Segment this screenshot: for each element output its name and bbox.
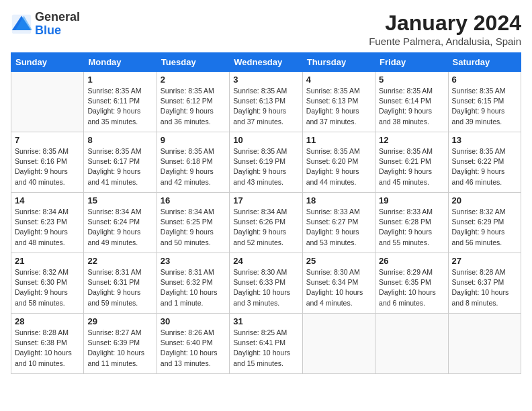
calendar-cell: 21Sunrise: 8:32 AMSunset: 6:30 PMDayligh… <box>11 253 84 314</box>
day-number: 5 <box>379 75 444 85</box>
day-info: Sunrise: 8:30 AMSunset: 6:33 PMDaylight:… <box>233 267 298 308</box>
calendar-cell: 6Sunrise: 8:35 AMSunset: 6:15 PMDaylight… <box>448 72 521 132</box>
calendar-cell: 17Sunrise: 8:34 AMSunset: 6:26 PMDayligh… <box>230 193 302 253</box>
day-info: Sunrise: 8:26 AMSunset: 6:40 PMDaylight:… <box>161 328 226 369</box>
day-number: 4 <box>306 75 371 85</box>
calendar-cell: 29Sunrise: 8:27 AMSunset: 6:39 PMDayligh… <box>84 314 157 374</box>
day-number: 31 <box>233 316 298 326</box>
calendar-cell <box>11 72 84 132</box>
column-header-thursday: Thursday <box>302 53 375 72</box>
day-info: Sunrise: 8:35 AMSunset: 6:14 PMDaylight:… <box>379 86 444 127</box>
day-number: 6 <box>452 75 517 85</box>
calendar-cell: 9Sunrise: 8:35 AMSunset: 6:18 PMDaylight… <box>157 132 229 193</box>
day-info: Sunrise: 8:34 AMSunset: 6:26 PMDaylight:… <box>233 207 298 248</box>
logo-text: General Blue <box>35 11 80 38</box>
day-number: 24 <box>233 256 298 266</box>
day-info: Sunrise: 8:34 AMSunset: 6:24 PMDaylight:… <box>87 207 152 248</box>
calendar-header-row: SundayMondayTuesdayWednesdayThursdayFrid… <box>11 53 521 72</box>
logo: General Blue <box>11 11 80 38</box>
calendar-cell: 30Sunrise: 8:26 AMSunset: 6:40 PMDayligh… <box>157 314 229 374</box>
calendar-cell: 28Sunrise: 8:28 AMSunset: 6:38 PMDayligh… <box>11 314 84 374</box>
calendar-cell: 14Sunrise: 8:34 AMSunset: 6:23 PMDayligh… <box>11 193 84 253</box>
day-number: 30 <box>161 316 226 326</box>
calendar-week-row: 7Sunrise: 8:35 AMSunset: 6:16 PMDaylight… <box>11 132 521 193</box>
calendar-week-row: 21Sunrise: 8:32 AMSunset: 6:30 PMDayligh… <box>11 253 521 314</box>
day-number: 22 <box>87 256 152 266</box>
calendar-cell: 26Sunrise: 8:29 AMSunset: 6:35 PMDayligh… <box>375 253 448 314</box>
day-info: Sunrise: 8:32 AMSunset: 6:30 PMDaylight:… <box>15 267 80 308</box>
day-number: 20 <box>452 195 517 205</box>
day-info: Sunrise: 8:35 AMSunset: 6:19 PMDaylight:… <box>233 146 298 187</box>
day-info: Sunrise: 8:35 AMSunset: 6:12 PMDaylight:… <box>161 86 226 127</box>
day-info: Sunrise: 8:35 AMSunset: 6:13 PMDaylight:… <box>233 86 298 127</box>
day-info: Sunrise: 8:35 AMSunset: 6:13 PMDaylight:… <box>306 86 371 127</box>
calendar-cell: 31Sunrise: 8:25 AMSunset: 6:41 PMDayligh… <box>230 314 302 374</box>
day-number: 26 <box>379 256 444 266</box>
day-number: 2 <box>161 75 226 85</box>
calendar-cell: 19Sunrise: 8:33 AMSunset: 6:28 PMDayligh… <box>375 193 448 253</box>
day-number: 8 <box>87 135 152 145</box>
calendar-cell: 24Sunrise: 8:30 AMSunset: 6:33 PMDayligh… <box>230 253 302 314</box>
day-number: 17 <box>233 195 298 205</box>
day-number: 11 <box>306 135 371 145</box>
day-info: Sunrise: 8:35 AMSunset: 6:20 PMDaylight:… <box>306 146 371 187</box>
column-header-sunday: Sunday <box>11 53 84 72</box>
day-info: Sunrise: 8:35 AMSunset: 6:22 PMDaylight:… <box>452 146 517 187</box>
day-number: 13 <box>452 135 517 145</box>
day-number: 15 <box>87 195 152 205</box>
column-header-saturday: Saturday <box>448 53 521 72</box>
calendar-cell: 23Sunrise: 8:31 AMSunset: 6:32 PMDayligh… <box>157 253 229 314</box>
column-header-friday: Friday <box>375 53 448 72</box>
calendar-cell <box>375 314 448 374</box>
logo-blue-text: Blue <box>35 24 80 38</box>
day-number: 1 <box>87 75 152 85</box>
day-number: 27 <box>452 256 517 266</box>
day-number: 19 <box>379 195 444 205</box>
day-info: Sunrise: 8:35 AMSunset: 6:11 PMDaylight:… <box>87 86 152 127</box>
calendar-cell <box>448 314 521 374</box>
day-info: Sunrise: 8:34 AMSunset: 6:25 PMDaylight:… <box>161 207 226 248</box>
day-info: Sunrise: 8:32 AMSunset: 6:29 PMDaylight:… <box>452 207 517 248</box>
day-number: 28 <box>15 316 80 326</box>
column-header-wednesday: Wednesday <box>230 53 302 72</box>
day-info: Sunrise: 8:35 AMSunset: 6:16 PMDaylight:… <box>15 146 80 187</box>
calendar-cell <box>302 314 375 374</box>
day-info: Sunrise: 8:27 AMSunset: 6:39 PMDaylight:… <box>87 328 152 369</box>
day-number: 9 <box>161 135 226 145</box>
calendar-cell: 25Sunrise: 8:30 AMSunset: 6:34 PMDayligh… <box>302 253 375 314</box>
calendar-cell: 27Sunrise: 8:28 AMSunset: 6:37 PMDayligh… <box>448 253 521 314</box>
page-title: January 2024 <box>369 11 521 36</box>
column-header-monday: Monday <box>84 53 157 72</box>
day-number: 12 <box>379 135 444 145</box>
day-info: Sunrise: 8:35 AMSunset: 6:18 PMDaylight:… <box>161 146 226 187</box>
calendar-cell: 13Sunrise: 8:35 AMSunset: 6:22 PMDayligh… <box>448 132 521 193</box>
day-number: 25 <box>306 256 371 266</box>
column-header-tuesday: Tuesday <box>157 53 229 72</box>
calendar-cell: 18Sunrise: 8:33 AMSunset: 6:27 PMDayligh… <box>302 193 375 253</box>
calendar-week-row: 14Sunrise: 8:34 AMSunset: 6:23 PMDayligh… <box>11 193 521 253</box>
calendar-cell: 10Sunrise: 8:35 AMSunset: 6:19 PMDayligh… <box>230 132 302 193</box>
calendar-cell: 11Sunrise: 8:35 AMSunset: 6:20 PMDayligh… <box>302 132 375 193</box>
day-info: Sunrise: 8:25 AMSunset: 6:41 PMDaylight:… <box>233 328 298 369</box>
logo-general-text: General <box>35 11 80 24</box>
day-number: 14 <box>15 195 80 205</box>
calendar-cell: 4Sunrise: 8:35 AMSunset: 6:13 PMDaylight… <box>302 72 375 132</box>
day-number: 10 <box>233 135 298 145</box>
calendar-cell: 7Sunrise: 8:35 AMSunset: 6:16 PMDaylight… <box>11 132 84 193</box>
day-info: Sunrise: 8:35 AMSunset: 6:17 PMDaylight:… <box>87 146 152 187</box>
calendar-cell: 12Sunrise: 8:35 AMSunset: 6:21 PMDayligh… <box>375 132 448 193</box>
day-number: 3 <box>233 75 298 85</box>
calendar-cell: 22Sunrise: 8:31 AMSunset: 6:31 PMDayligh… <box>84 253 157 314</box>
title-block: January 2024 Fuente Palmera, Andalusia, … <box>369 11 521 47</box>
calendar-table: SundayMondayTuesdayWednesdayThursdayFrid… <box>11 52 521 374</box>
day-info: Sunrise: 8:28 AMSunset: 6:38 PMDaylight:… <box>15 328 80 369</box>
calendar-cell: 1Sunrise: 8:35 AMSunset: 6:11 PMDaylight… <box>84 72 157 132</box>
page-subtitle: Fuente Palmera, Andalusia, Spain <box>369 36 521 47</box>
day-info: Sunrise: 8:33 AMSunset: 6:28 PMDaylight:… <box>379 207 444 248</box>
calendar-header: SundayMondayTuesdayWednesdayThursdayFrid… <box>11 53 521 72</box>
day-info: Sunrise: 8:30 AMSunset: 6:34 PMDaylight:… <box>306 267 371 308</box>
calendar-body: 1Sunrise: 8:35 AMSunset: 6:11 PMDaylight… <box>11 72 521 374</box>
logo-icon <box>11 13 32 35</box>
day-info: Sunrise: 8:33 AMSunset: 6:27 PMDaylight:… <box>306 207 371 248</box>
day-info: Sunrise: 8:35 AMSunset: 6:21 PMDaylight:… <box>379 146 444 187</box>
